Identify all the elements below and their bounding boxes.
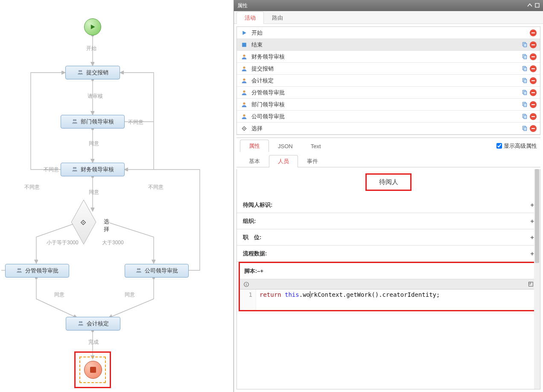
activity-type-icon [240,77,248,84]
activity-label: 部门领导审核 [251,101,521,108]
activity-row[interactable]: 分管领导审批 [237,87,540,99]
activity-type-icon [240,113,248,120]
prop-label: 待阅人标识: [243,201,530,209]
copy-icon[interactable] [521,125,528,131]
advanced-label: 显示高级属性 [504,142,537,150]
node-branch-mgr[interactable]: 分管领导审批 [5,264,69,278]
activity-list: 开始结束财务领导审核提交报销会计核定分管领导审批部门领导审核公司领导审批选择 [236,26,540,135]
svg-rect-46 [524,115,527,118]
copy-icon[interactable] [521,53,528,59]
activity-label: 开始 [251,29,530,37]
node-company-mgr[interactable]: 公司领导审批 [125,264,189,278]
properties-panel: 属性 活动 路由 开始结束财务领导审核提交报销会计核定分管领导审批部门领导审核公… [234,0,543,392]
delete-icon[interactable] [530,101,537,108]
delete-icon[interactable] [530,113,537,120]
info-icon[interactable] [242,281,250,288]
copy-icon[interactable] [521,101,528,107]
activity-label: 会计核定 [251,77,521,85]
delete-icon[interactable] [530,125,537,132]
activity-row[interactable]: 财务领导审核 [237,51,540,63]
add-icon[interactable]: + [260,268,264,274]
flowchart-canvas[interactable]: 开始 提交报销 请审核 部门领导审核 不同意 同意 财务领导审核 不同意 不同意… [0,0,234,392]
activity-row[interactable]: 提交报销 [237,63,540,75]
subtab-props[interactable]: 属性 [240,140,269,152]
svg-point-17 [75,167,76,169]
scrollbar-thumb[interactable] [535,169,539,263]
node-submit[interactable]: 提交报销 [65,66,120,79]
activity-row[interactable]: 公司领导审批 [237,111,540,123]
copy-icon[interactable] [521,77,528,83]
activity-row[interactable]: 选择 [237,123,540,135]
remove-icon[interactable]: – [257,268,260,274]
activity-type-icon [240,101,248,108]
maximize-icon[interactable] [535,3,540,9]
edge-disagree-2: 不同意 [43,166,60,173]
node-label: 财务领导审核 [81,166,114,173]
script-toolbar [240,279,537,290]
delete-icon[interactable] [530,77,537,84]
add-icon[interactable]: + [530,234,534,241]
collapse-icon[interactable] [527,3,532,8]
node-accounting[interactable]: 会计核定 [66,317,120,331]
svg-point-18 [83,222,84,223]
add-icon[interactable]: + [530,201,534,208]
svg-point-14 [73,119,75,121]
prop-flow-data: 流程数据: + [237,246,540,262]
innertab-basic[interactable]: 基本 [240,155,269,167]
svg-point-20 [19,268,21,270]
props-body: 待阅人 待阅人标识: + 组织: + 职 位: + 流程数据: + 脚本: – … [236,169,540,389]
add-icon[interactable]: + [530,217,534,225]
end-node[interactable] [84,361,102,379]
add-icon[interactable]: + [530,250,534,257]
svg-point-24 [81,321,82,323]
delete-icon[interactable] [530,65,537,72]
subtab-json[interactable]: JSON [269,140,302,152]
node-label: 会计核定 [87,320,109,328]
tab-route[interactable]: 路由 [264,12,291,24]
vertical-scrollbar[interactable] [534,169,540,389]
activity-type-icon [240,53,248,60]
activity-type-icon [240,30,248,35]
code-editor[interactable]: 1 return this.workContext.getWork().crea… [240,290,537,310]
section-title: 待阅人 [365,173,412,191]
delete-icon[interactable] [530,29,537,36]
svg-rect-31 [524,55,527,59]
delete-icon[interactable] [530,41,537,48]
innertab-people[interactable]: 人员 [269,155,298,167]
choice-icon [80,219,87,227]
svg-rect-25 [535,3,539,7]
copy-icon[interactable] [521,65,528,71]
copy-icon[interactable] [521,113,528,119]
activity-row[interactable]: 开始 [237,27,540,39]
activity-label: 分管领导审批 [251,89,521,97]
node-finance[interactable]: 财务领导审核 [61,163,125,176]
delete-icon[interactable] [530,53,537,60]
node-dept[interactable]: 部门领导审核 [61,115,125,129]
svg-rect-28 [524,43,527,47]
activity-row[interactable]: 部门领导审核 [237,99,540,111]
copy-icon[interactable] [521,41,528,47]
fullscreen-icon[interactable] [527,281,534,288]
svg-point-12 [79,70,80,72]
advanced-checkbox[interactable]: 显示高级属性 [496,142,537,150]
svg-point-38 [243,90,245,92]
code-line[interactable]: return this.workContext.getWork().creato… [256,290,443,310]
node-label: 分管领导审批 [25,267,58,275]
edge-agree-4: 同意 [124,291,136,298]
sub-tabs: 属性 JSON Text 显示高级属性 [236,137,540,152]
subtab-text[interactable]: Text [302,140,330,152]
prop-label: 职 位: [243,234,530,241]
activity-row[interactable]: 结束 [237,39,540,51]
tab-activity[interactable]: 活动 [236,12,264,24]
delete-icon[interactable] [530,89,537,96]
node-label: 选择 [104,218,109,233]
edge-label-start: 开始 [85,45,97,52]
prop-org: 组织: + [237,213,540,229]
node-choice[interactable]: 选择 [63,212,97,233]
activity-row[interactable]: 会计核定 [237,75,540,87]
innertab-events[interactable]: 事件 [298,155,327,167]
copy-icon[interactable] [521,89,528,95]
svg-point-23 [79,321,81,323]
start-node[interactable] [84,18,101,35]
advanced-checkbox-input[interactable] [496,143,502,149]
